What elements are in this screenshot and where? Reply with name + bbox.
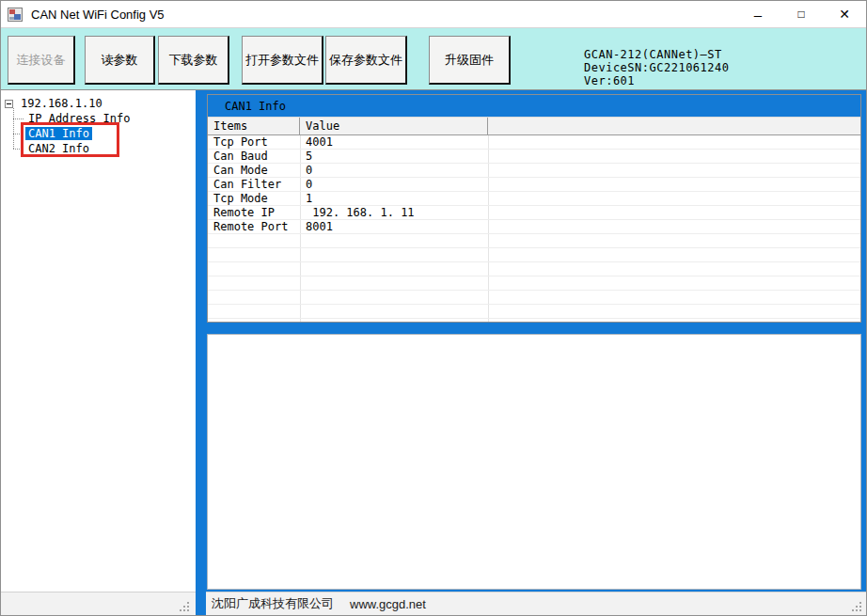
tree-branch-line-icon: [13, 149, 24, 150]
app-icon-blue-pixel: [14, 14, 21, 20]
status-bar-splitter-segment: [196, 592, 206, 615]
save-param-file-button[interactable]: 保存参数文件: [325, 36, 407, 85]
device-serial: DeviceSN:GC221061240: [584, 61, 730, 74]
tree-item-can1-info[interactable]: CAN1 Info: [13, 126, 194, 141]
tree-item-label[interactable]: CAN2 Info: [25, 142, 92, 155]
table-row-can-filter[interactable]: Can Filter 0: [208, 178, 860, 192]
table-header-row: Items Value: [208, 118, 860, 135]
table-caption: CAN1 Info: [208, 95, 860, 118]
device-version: Ver:601: [584, 74, 730, 87]
column-header-value[interactable]: Value: [300, 118, 488, 134]
resize-grip-icon[interactable]: [177, 599, 190, 612]
resize-grip-icon[interactable]: [849, 599, 862, 612]
status-bar-left: [1, 592, 196, 615]
device-tree: 192.168.1.10 IP Address Info CAN1 Info C…: [1, 90, 196, 156]
device-info-block: GCAN-212(CANNet)—ST DeviceSN:GC221061240…: [584, 48, 730, 87]
item-cell: Tcp Port: [208, 135, 300, 149]
horizontal-splitter[interactable]: [207, 323, 861, 334]
company-name: 沈阳广成科技有限公司: [212, 595, 334, 612]
maximize-button[interactable]: □: [780, 2, 823, 27]
download-params-button[interactable]: 下载参数: [158, 36, 229, 85]
minimize-button[interactable]: –: [736, 2, 780, 27]
toolbar: 连接设备 读参数 下载参数 打开参数文件 保存参数文件 升级固件 GCAN-21…: [1, 27, 866, 90]
table-row-remote-port[interactable]: Remote Port 8001: [208, 220, 860, 234]
value-cell: 1: [300, 192, 488, 205]
table-row-can-baud[interactable]: Can Baud 5: [208, 150, 860, 164]
log-panel: [207, 334, 861, 590]
item-cell: Remote Port: [208, 220, 300, 233]
table-row-tcp-mode[interactable]: Tcp Mode 1: [208, 192, 860, 206]
tree-item-can2-info[interactable]: CAN2 Info: [13, 141, 194, 156]
website-text: www.gcgd.net: [350, 597, 426, 611]
upgrade-firmware-button[interactable]: 升级固件: [429, 36, 511, 85]
value-cell: 0: [300, 178, 488, 191]
table-row-empty: [208, 291, 860, 305]
connect-device-button[interactable]: 连接设备: [8, 36, 75, 85]
item-cell: Can Mode: [208, 164, 300, 177]
right-region: CAN1 Info Items Value Tcp Port 4001 Can …: [206, 90, 866, 592]
collapse-icon[interactable]: [5, 100, 13, 108]
value-cell: 4001: [300, 135, 488, 149]
value-cell: 5: [300, 150, 488, 163]
tree-item-ip-address-info[interactable]: IP Address Info: [13, 111, 194, 126]
item-cell: Tcp Mode: [208, 192, 300, 205]
device-tree-panel: 192.168.1.10 IP Address Info CAN1 Info C…: [1, 90, 196, 592]
table-row-empty: [208, 248, 860, 262]
tree-item-label[interactable]: IP Address Info: [25, 112, 133, 125]
table-row-empty: [208, 234, 860, 248]
item-cell: Can Filter: [208, 178, 300, 191]
value-cell: 0: [300, 164, 488, 177]
table-row-empty: [208, 319, 860, 322]
item-cell: Can Baud: [208, 150, 300, 163]
table-row-tcp-port[interactable]: Tcp Port 4001: [208, 135, 860, 150]
device-model: GCAN-212(CANNet)—ST: [584, 48, 730, 61]
window-title: CAN Net WiFi Config V5: [31, 8, 165, 22]
table-row-empty: [208, 262, 860, 276]
column-header-items[interactable]: Items: [208, 118, 300, 134]
close-button[interactable]: ✕: [823, 2, 866, 27]
tree-children: IP Address Info CAN1 Info CAN2 Info: [13, 111, 194, 156]
read-params-button[interactable]: 读参数: [85, 36, 155, 85]
status-bar: 沈阳广成科技有限公司 www.gcgd.net: [1, 592, 866, 615]
main-area: 192.168.1.10 IP Address Info CAN1 Info C…: [1, 90, 866, 592]
app-window: CAN Net WiFi Config V5 – □ ✕ 连接设备 读参数 下载…: [0, 0, 867, 616]
table-row-can-mode[interactable]: Can Mode 0: [208, 164, 860, 178]
table-row-remote-ip[interactable]: Remote IP 192. 168. 1. 11: [208, 206, 860, 220]
table-row-empty: [208, 305, 860, 319]
status-bar-right: 沈阳广成科技有限公司 www.gcgd.net: [206, 592, 866, 615]
app-icon-gray-pixel: [9, 17, 14, 20]
vertical-splitter[interactable]: [196, 90, 206, 592]
open-param-file-button[interactable]: 打开参数文件: [242, 36, 323, 85]
title-bar: CAN Net WiFi Config V5 – □ ✕: [1, 1, 866, 27]
can1-info-panel: CAN1 Info Items Value Tcp Port 4001 Can …: [207, 94, 861, 323]
value-cell: 192. 168. 1. 11: [300, 206, 488, 219]
value-cell: 8001: [300, 220, 488, 233]
column-header-empty[interactable]: [488, 118, 860, 134]
tree-branch-line-icon: [13, 134, 24, 134]
tree-item-label-selected[interactable]: CAN1 Info: [25, 127, 92, 140]
item-cell: Remote IP: [208, 206, 300, 219]
table-body: Tcp Port 4001 Can Baud 5 Can Mode 0 Can …: [208, 135, 860, 322]
tree-branch-line-icon: [13, 118, 24, 119]
tree-root-label[interactable]: 192.168.1.10: [18, 97, 105, 110]
table-row-empty: [208, 276, 860, 291]
tree-root-row[interactable]: 192.168.1.10: [5, 96, 194, 111]
app-icon: [8, 8, 23, 22]
